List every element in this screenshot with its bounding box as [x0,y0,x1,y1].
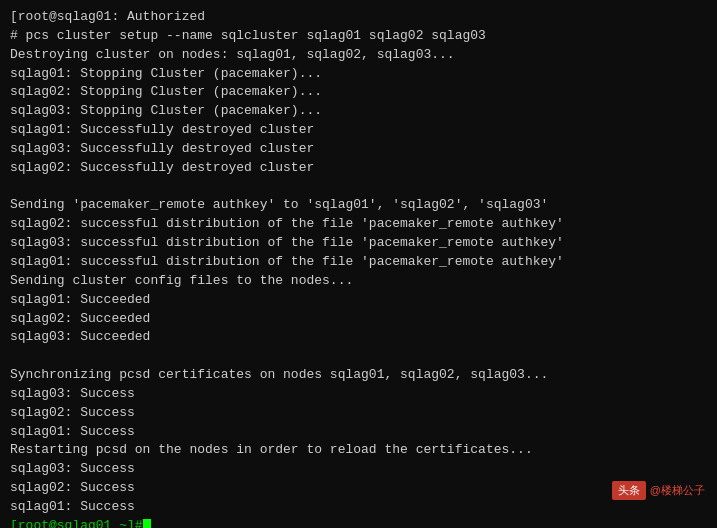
terminal-line: sqlag02: Success [10,404,707,423]
terminal-line: sqlag02: Successfully destroyed cluster [10,159,707,178]
terminal-line: Sending cluster config files to the node… [10,272,707,291]
terminal-line: sqlag01: successful distribution of the … [10,253,707,272]
terminal-line: sqlag03: successful distribution of the … [10,234,707,253]
terminal-prompt-line[interactable]: [root@sqlag01 ~]# [10,517,707,528]
terminal-line: # pcs cluster setup --name sqlcluster sq… [10,27,707,46]
terminal-line: sqlag03: Success [10,385,707,404]
terminal-line: Restarting pcsd on the nodes in order to… [10,441,707,460]
terminal-line: Synchronizing pcsd certificates on nodes… [10,366,707,385]
terminal-line: sqlag01: Successfully destroyed cluster [10,121,707,140]
terminal-line: sqlag01: Success [10,423,707,442]
watermark: 头条 @楼梯公子 [612,481,705,500]
terminal-prompt: [root@sqlag01 ~]# [10,517,143,528]
terminal-line: sqlag03: Successfully destroyed cluster [10,140,707,159]
watermark-label: @楼梯公子 [650,483,705,498]
terminal-line: [root@sqlag01: Authorized [10,8,707,27]
terminal-succeeded-2: sqlag02: Succeeded [10,310,707,329]
terminal-line: sqlag02: successful distribution of the … [10,215,707,234]
terminal-line: sqlag01: Stopping Cluster (pacemaker)... [10,65,707,84]
terminal-line: sqlag02: Success [10,479,707,498]
terminal-succeeded-3: sqlag03: Succeeded [10,328,707,347]
terminal-line [10,178,707,197]
terminal-line: sqlag01: Success [10,498,707,517]
terminal-line: Sending 'pacemaker_remote authkey' to 's… [10,196,707,215]
terminal-succeeded-1: sqlag01: Succeeded [10,291,707,310]
terminal-window: [root@sqlag01: Authorized # pcs cluster … [0,0,717,528]
terminal-line: sqlag02: Stopping Cluster (pacemaker)... [10,83,707,102]
terminal-line: Destroying cluster on nodes: sqlag01, sq… [10,46,707,65]
terminal-line: sqlag03: Stopping Cluster (pacemaker)... [10,102,707,121]
terminal-line: sqlag03: Success [10,460,707,479]
watermark-icon: 头条 [612,481,646,500]
terminal-cursor [143,519,151,528]
terminal-line [10,347,707,366]
